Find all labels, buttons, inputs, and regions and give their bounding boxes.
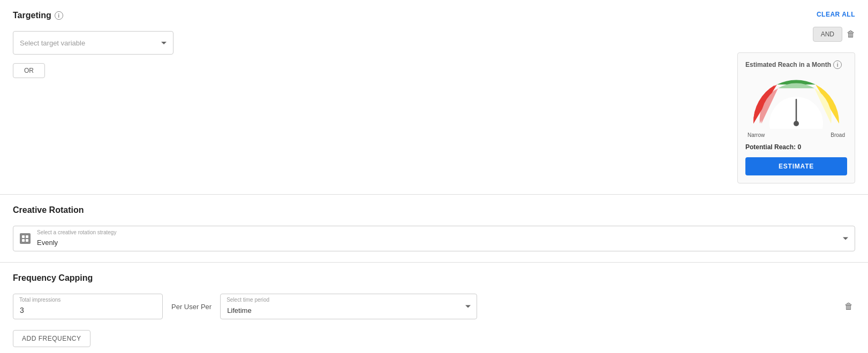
clear-all-button[interactable]: CLEAR ALL	[817, 11, 855, 18]
impressions-wrapper: Total impressions	[13, 294, 163, 319]
creative-rotation-section: Creative Rotation Select a creative rota…	[0, 195, 868, 263]
creative-rotation-value: Evenly	[37, 239, 58, 247]
page-container: Targeting i Select target variable OR CL…	[0, 0, 868, 353]
frequency-section: Frequency Capping Total impressions Per …	[0, 263, 868, 353]
frequency-capping-title: Frequency Capping	[13, 273, 855, 283]
targeting-right: CLEAR ALL AND 🗑 Estimated Reach in a Mon…	[727, 11, 855, 183]
targeting-title-text: Targeting	[13, 11, 51, 20]
potential-reach-label: Potential Reach:	[745, 143, 796, 151]
target-variable-dropdown[interactable]: Select target variable	[13, 31, 173, 55]
frequency-row: Total impressions Per User Per Select ti…	[13, 294, 855, 319]
targeting-section: Targeting i Select target variable OR CL…	[0, 0, 868, 195]
add-frequency-button[interactable]: ADD FREQUENCY	[13, 330, 90, 347]
narrow-label: Narrow	[748, 132, 765, 138]
estimate-button[interactable]: ESTIMATE	[745, 157, 847, 175]
creative-rotation-select-label: Select a creative rotation strategy	[37, 229, 116, 235]
broad-label: Broad	[831, 132, 845, 138]
gauge-labels: Narrow Broad	[745, 132, 847, 138]
and-delete-row: AND 🗑	[813, 27, 855, 42]
svg-rect-5	[22, 239, 25, 242]
and-button[interactable]: AND	[813, 27, 842, 42]
time-period-label: Select time period	[227, 297, 269, 303]
svg-rect-4	[26, 235, 28, 238]
potential-reach: Potential Reach: 0	[745, 143, 847, 151]
impressions-label: Total impressions	[19, 297, 61, 303]
creative-rotation-dropdown[interactable]: Select a creative rotation strategy Even…	[13, 226, 855, 251]
reach-info-icon[interactable]: i	[833, 60, 842, 69]
reach-title: Estimated Reach in a Month i	[745, 60, 847, 69]
target-variable-chevron-icon	[161, 42, 167, 44]
targeting-left: Targeting i Select target variable OR	[13, 11, 716, 183]
reach-panel: Estimated Reach in a Month i	[737, 52, 855, 183]
targeting-info-icon[interactable]: i	[55, 11, 63, 20]
gauge-container	[745, 75, 847, 129]
or-button[interactable]: OR	[13, 63, 45, 78]
targeting-row: Select target variable	[13, 31, 716, 55]
frequency-delete-icon[interactable]: 🗑	[844, 302, 855, 311]
svg-point-2	[794, 121, 799, 126]
time-period-wrapper: Select time period Lifetime Day Week Mon…	[220, 294, 477, 319]
targeting-title: Targeting i	[13, 11, 716, 20]
creative-rotation-title: Creative Rotation	[13, 205, 855, 215]
creative-rotation-title-text: Creative Rotation	[13, 205, 84, 215]
or-button-container: OR	[13, 63, 716, 78]
svg-rect-3	[22, 235, 25, 238]
creative-rotation-chevron-icon	[843, 237, 848, 240]
gauge-svg	[748, 75, 844, 129]
targeting-delete-icon[interactable]: 🗑	[847, 29, 855, 39]
potential-reach-value: 0	[797, 143, 801, 151]
target-variable-placeholder: Select target variable	[20, 39, 85, 47]
per-user-per-label: Per User Per	[171, 303, 212, 311]
frequency-capping-title-text: Frequency Capping	[13, 273, 93, 283]
reach-title-text: Estimated Reach in a Month	[745, 61, 831, 68]
rotation-icon	[20, 233, 31, 244]
svg-rect-6	[26, 239, 28, 242]
